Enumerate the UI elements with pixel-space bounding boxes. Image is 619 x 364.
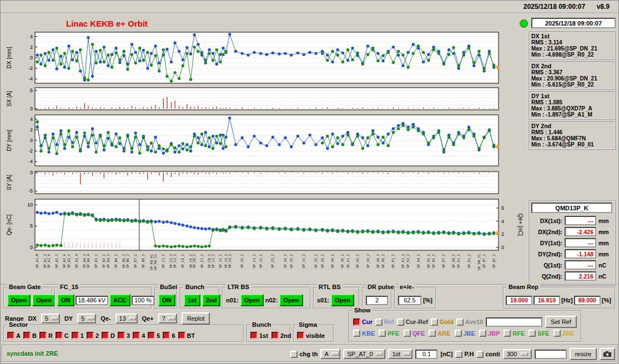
bunch-2nd-checkbox[interactable]: 2nd (271, 332, 291, 339)
set-ref-button[interactable]: Set Ref (545, 316, 577, 328)
option-indicator-icon (51, 317, 58, 320)
bpm-select[interactable]: SP_AT_0 (343, 349, 385, 359)
bpm-label: SP_35_2 (340, 254, 344, 268)
stat-section-dx2: DX 2nd RMS : 3.367 Max : 20.906@SP_DN_21… (528, 60, 616, 90)
bpm-label: SP_57_2 (441, 254, 445, 268)
checkbox-icon (553, 330, 561, 337)
magnet-name-field[interactable]: QMD13P_K (531, 203, 612, 213)
sector-label: 4 (142, 332, 145, 339)
bunch-2nd-button[interactable]: 2nd (202, 294, 221, 306)
show-jbe-checkbox[interactable]: JBE (455, 330, 475, 337)
sector-checkbox-1[interactable]: 1 (72, 332, 84, 339)
bpm-label-strip: SP_A1_MSP_A1_2SP_A1_4SP_A2_2SP_A2_4SP_A3… (35, 254, 499, 284)
beam-rep-group-label: Beam Rep (507, 284, 540, 291)
fc15-group: FC_15 ON 18.486 kV ACC 100 % (54, 287, 152, 309)
option-indicator-icon (521, 352, 528, 356)
sector-label: D (110, 332, 115, 339)
bpm-label: SP_B8_2 (141, 254, 145, 268)
sector-checkbox-6[interactable]: 6 (163, 332, 175, 339)
top-bar: 2025/12/18 09:00:07 v8.9 (1, 1, 618, 14)
sector-checkbox-B[interactable]: B (23, 332, 37, 339)
ph-checkbox[interactable]: P.H (455, 351, 474, 358)
show-jbp-checkbox[interactable]: JBP (479, 330, 500, 337)
checkbox-icon (476, 351, 484, 358)
show-cur-checkbox[interactable]: Cur (353, 318, 373, 326)
range-dx-select[interactable]: 5 (41, 314, 60, 323)
range-qep-select[interactable]: 7 (158, 314, 177, 323)
replot-button[interactable]: Replot (182, 312, 210, 325)
bpm-label: SP_24_2 (283, 254, 287, 268)
checkbox-icon (479, 330, 486, 337)
show-gold-checkbox[interactable]: Gold (431, 318, 454, 326)
checkbox-icon (250, 332, 258, 339)
sector-checkbox-R[interactable]: R (39, 332, 53, 339)
rtl-s01-open-button[interactable]: Open (331, 294, 354, 306)
beam-gate-open-button-1[interactable]: Open (7, 294, 31, 306)
bunch-1st-checkbox[interactable]: 1st (250, 332, 268, 339)
beam-rep-value-3: 89.000 (574, 296, 601, 305)
stats-panel: DX 1st RMS : 3.114 Max : 21.695@SP_DN_21… (528, 31, 616, 150)
show-sfe-checkbox[interactable]: SFE (529, 330, 549, 337)
show-are-checkbox[interactable]: ARE (429, 330, 450, 337)
sector-checkbox-5[interactable]: 5 (148, 332, 160, 339)
bpm-label: SP_41_2 (346, 254, 350, 268)
aux-input[interactable] (535, 350, 567, 359)
bunch-1st-button[interactable]: 1st (184, 294, 200, 306)
bunch-select[interactable]: 1st (388, 349, 412, 359)
show-row-2: KBE PFE QFE ARE JBE JBP RFE SFE ZRE (353, 330, 575, 337)
checkbox-icon (353, 330, 360, 337)
bunch-select-value: 1st (392, 351, 400, 357)
sector-checkbox-4[interactable]: 4 (133, 332, 145, 339)
show-cur-ref-checkbox[interactable]: Cur-Ref (397, 318, 428, 326)
beam-gate-open-button-2[interactable]: Open (32, 294, 56, 306)
ltr-n01-open-button[interactable]: Open (240, 294, 264, 306)
show-cur-label: Cur (362, 318, 373, 325)
sector-checkbox-D[interactable]: D (102, 332, 115, 339)
eplus-eminus-group-label: e+/e- (398, 284, 415, 291)
points-select[interactable]: 300 (503, 349, 532, 359)
show-rfe-checkbox[interactable]: RFE (504, 330, 525, 337)
show-are-label: ARE (437, 330, 450, 337)
svg-text:Qe+ [nC]: Qe+ [nC] (517, 214, 524, 236)
header-datetime: 2025/12/18 09:00:07 (524, 3, 585, 11)
threshold-input[interactable]: 0.1 (415, 350, 437, 359)
chg-th-checkbox[interactable]: chg th (290, 351, 318, 358)
show-kbe-checkbox[interactable]: KBE (353, 330, 375, 337)
ltr-n02-open-button[interactable]: Open (279, 294, 303, 306)
show-pfe-checkbox[interactable]: PFE (379, 330, 399, 337)
snapshot-button[interactable] (600, 348, 615, 360)
show-qfe-checkbox[interactable]: QFE (404, 330, 425, 337)
status-bar: syncdata init ZRE chg th A SP_AT_0 1st 0… (2, 345, 618, 362)
fc15-on-button[interactable]: ON (57, 294, 74, 306)
range-qem-select[interactable]: 13 (115, 314, 138, 323)
sector-select[interactable]: A (320, 349, 340, 359)
sector-checkbox-2[interactable]: 2 (87, 332, 99, 339)
svg-text:SY [A]: SY [A] (6, 175, 12, 190)
bpm-label: SP_A4_4 (86, 254, 90, 268)
show-zre-checkbox[interactable]: ZRE (553, 330, 575, 337)
checkbox-icon (404, 330, 411, 337)
sigma-visible-checkbox[interactable]: visible (297, 332, 325, 339)
busel-on-button[interactable]: ON (158, 294, 175, 306)
svg-text:2: 2 (30, 127, 33, 133)
show-ave10-checkbox[interactable]: Ave10 (456, 318, 483, 326)
rtl-s01-label: s01: (317, 297, 329, 304)
range-dy-value: 5 (81, 315, 84, 322)
ref-input[interactable] (486, 317, 542, 327)
range-dy-select[interactable]: 5 (77, 314, 96, 323)
stat-section-dx1: DX 1st RMS : 3.114 Max : 21.695@SP_DN_21… (528, 31, 616, 60)
sector-checkbox-3[interactable]: 3 (118, 332, 130, 339)
sector-checkbox-C[interactable]: C (56, 332, 69, 339)
resize-button[interactable]: resize (570, 348, 597, 360)
eplus-eminus-value[interactable]: 62.5 (398, 296, 421, 305)
checkbox-icon (353, 318, 360, 326)
sy-chart: 0-5SY [A] (3, 170, 525, 195)
fc15-acc-button[interactable]: ACC (109, 294, 130, 306)
show-ref-checkbox[interactable]: Ref (375, 318, 394, 326)
sector-checkbox-A[interactable]: A (7, 332, 21, 339)
bpm-label: SP_33_2 (320, 254, 324, 268)
dr-pulse-value[interactable]: 2 (366, 296, 388, 305)
conti-checkbox[interactable]: conti (476, 351, 500, 358)
fc15-kv-value: 18.486 kV (76, 296, 109, 305)
sector-checkbox-BT[interactable]: BT (178, 332, 195, 339)
